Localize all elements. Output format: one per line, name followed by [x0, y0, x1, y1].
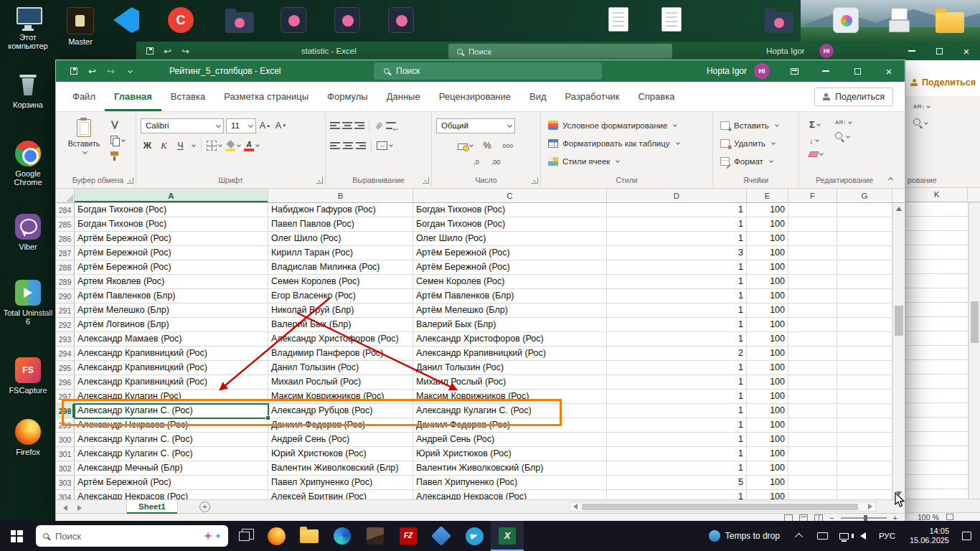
- scroll-down-button[interactable]: [893, 488, 905, 499]
- cell[interactable]: Максим Коврижников (Рос): [268, 390, 413, 404]
- cell[interactable]: Александр Крапивницкий (Рос): [413, 347, 607, 361]
- cell[interactable]: [788, 347, 837, 361]
- conditional-formatting-button[interactable]: Условное форматирование: [545, 116, 708, 134]
- undo-button[interactable]: ↩: [88, 66, 96, 77]
- tab-file[interactable]: Файл: [63, 82, 105, 111]
- cell[interactable]: Александр Некрасов (Рос): [75, 418, 268, 433]
- language-indicator[interactable]: РУС: [879, 532, 895, 540]
- cell[interactable]: Александр Кулагин С. (Рос): [413, 404, 607, 418]
- cell[interactable]: Валерий Бых (Блр): [413, 318, 607, 332]
- cell[interactable]: [837, 332, 892, 347]
- tab-developer[interactable]: Разработчик: [556, 82, 629, 111]
- cell[interactable]: Юрий Христюков (Рос): [413, 447, 607, 461]
- taskbar-app-explorer-folder[interactable]: [293, 521, 326, 551]
- align-center-button[interactable]: [343, 141, 353, 150]
- share-button[interactable]: Поделиться: [814, 88, 893, 106]
- desktop-icon-master-app[interactable]: Master: [57, 7, 103, 46]
- scrollbar-thumb[interactable]: [971, 301, 979, 343]
- font-size-select[interactable]: 11: [226, 118, 256, 133]
- scrollbar-thumb[interactable]: [895, 306, 903, 336]
- cell[interactable]: Владислав Милинка (Рос): [268, 260, 413, 275]
- row-header-286[interactable]: 286: [56, 232, 75, 246]
- cell[interactable]: [837, 217, 892, 232]
- desktop-icon-yellow-folder[interactable]: [927, 7, 973, 37]
- clear-button[interactable]: [809, 151, 824, 157]
- column-header-b[interactable]: B: [268, 189, 413, 202]
- column-header-a[interactable]: A: [75, 189, 268, 202]
- cell-styles-button[interactable]: Стили ячеек: [545, 152, 708, 170]
- cell[interactable]: Артём Мелешко (Блр): [413, 303, 607, 318]
- cell[interactable]: Артём Бережной (Рос): [75, 476, 268, 490]
- view-page-break-button[interactable]: [814, 514, 823, 522]
- row-header-285[interactable]: 285: [56, 217, 75, 232]
- cell[interactable]: Александр Кулагин С. (Рос): [75, 404, 268, 418]
- cell[interactable]: 3: [607, 246, 747, 260]
- format-cells-button[interactable]: Формат: [717, 152, 794, 170]
- cell[interactable]: [788, 404, 837, 418]
- desktop-icon-google-chrome[interactable]: Google Chrome: [1, 141, 55, 187]
- cell[interactable]: 100: [747, 232, 788, 246]
- cell[interactable]: 100: [747, 390, 788, 404]
- row-header-284[interactable]: 284: [56, 203, 75, 217]
- ribbon-display-options-button[interactable]: [778, 60, 810, 82]
- cell[interactable]: Михаил Рослый (Рос): [268, 375, 413, 390]
- cell[interactable]: Артём Логвинов (Блр): [75, 318, 268, 332]
- cell[interactable]: 1: [607, 404, 747, 418]
- cell[interactable]: Николай Вруй (Блр): [268, 303, 413, 318]
- cell[interactable]: Егор Власенко (Рос): [268, 289, 413, 303]
- cell[interactable]: 1: [607, 390, 747, 404]
- cell[interactable]: [837, 476, 892, 490]
- taskbar-app-edge[interactable]: [326, 521, 359, 551]
- italic-button[interactable]: К: [157, 138, 171, 153]
- undo-icon[interactable]: ↩: [164, 46, 171, 57]
- cell[interactable]: Владимир Панферов (Рос): [268, 347, 413, 361]
- taskbar-app-firefox[interactable]: [260, 521, 293, 551]
- start-button[interactable]: [0, 521, 33, 551]
- row-header-287[interactable]: 287: [56, 246, 75, 260]
- underline-button[interactable]: Ч: [174, 138, 187, 153]
- sort-filter-button[interactable]: [835, 119, 852, 126]
- cell[interactable]: [837, 461, 892, 476]
- cell[interactable]: [788, 390, 837, 404]
- cell[interactable]: 1: [607, 332, 747, 347]
- cell[interactable]: 100: [747, 217, 788, 232]
- cell[interactable]: Богдан Тихонов (Рос): [75, 203, 268, 217]
- desktop-icon-vscode[interactable]: [103, 7, 149, 37]
- taskbar-app-app-cube[interactable]: [425, 521, 458, 551]
- alignment-dialog-launcher[interactable]: [423, 177, 429, 184]
- cell[interactable]: [837, 375, 892, 390]
- tab-view[interactable]: Вид: [520, 82, 556, 111]
- cell[interactable]: [788, 476, 837, 490]
- cell[interactable]: Данил Толызин (Рос): [413, 361, 607, 375]
- cell[interactable]: Алексей Бритвин (Рос): [268, 490, 413, 499]
- avatar[interactable]: HI: [754, 63, 770, 79]
- cell[interactable]: [837, 318, 892, 332]
- copilot-icon[interactable]: [204, 532, 221, 540]
- cell[interactable]: 100: [747, 260, 788, 275]
- align-left-button[interactable]: [330, 141, 340, 150]
- cell[interactable]: 1: [607, 203, 747, 217]
- hidden-icons-chevron[interactable]: [795, 533, 803, 541]
- volume-icon[interactable]: [860, 532, 866, 540]
- cell[interactable]: Александр Кулагин С. (Рос): [75, 433, 268, 447]
- format-as-table-button[interactable]: Форматировать как таблицу: [545, 134, 708, 152]
- align-right-button[interactable]: [356, 141, 366, 150]
- cell[interactable]: Александр Христофоров (Рос): [413, 332, 607, 347]
- borders-button[interactable]: [207, 141, 222, 151]
- cell[interactable]: [837, 390, 892, 404]
- tab-help[interactable]: Справка: [628, 82, 684, 111]
- cell[interactable]: 100: [747, 447, 788, 461]
- row-header-296[interactable]: 296: [56, 375, 75, 390]
- percent-style-button[interactable]: %: [481, 138, 494, 153]
- sheet-nav-right[interactable]: [77, 504, 82, 512]
- cell[interactable]: [788, 361, 837, 375]
- cell[interactable]: 5: [607, 476, 747, 490]
- taskbar-search[interactable]: Поиск: [36, 525, 228, 547]
- cell[interactable]: [788, 217, 837, 232]
- cell[interactable]: Богдан Тихонов (Рос): [75, 217, 268, 232]
- column-header-k[interactable]: K: [906, 188, 968, 202]
- cell[interactable]: [788, 375, 837, 390]
- desktop-icon-postgres-folder-1[interactable]: [217, 7, 263, 37]
- cut-button[interactable]: [110, 121, 131, 130]
- cell[interactable]: [788, 433, 837, 447]
